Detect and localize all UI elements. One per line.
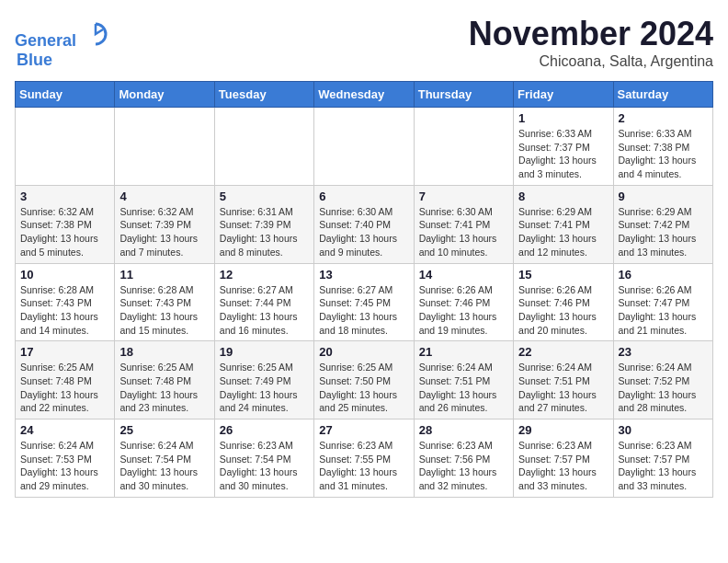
day-number: 29 (518, 423, 608, 437)
calendar-cell (414, 108, 513, 186)
calendar-cell: 25Sunrise: 6:24 AM Sunset: 7:54 PM Dayli… (115, 419, 214, 498)
day-info: Sunrise: 6:29 AM Sunset: 7:42 PM Dayligh… (619, 205, 708, 259)
day-number: 19 (220, 345, 309, 359)
weekday-header-thursday: Thursday (414, 82, 513, 108)
day-info: Sunrise: 6:32 AM Sunset: 7:39 PM Dayligh… (119, 205, 209, 259)
day-number: 17 (20, 345, 109, 359)
day-info: Sunrise: 6:28 AM Sunset: 7:43 PM Dayligh… (20, 283, 109, 338)
weekday-header-sunday: Sunday (16, 82, 115, 108)
calendar-cell (16, 108, 115, 186)
day-number: 8 (518, 190, 608, 203)
day-info: Sunrise: 6:23 AM Sunset: 7:55 PM Dayligh… (319, 439, 408, 493)
day-info: Sunrise: 6:32 AM Sunset: 7:38 PM Dayligh… (20, 205, 109, 259)
calendar-cell: 20Sunrise: 6:25 AM Sunset: 7:50 PM Dayli… (314, 341, 414, 419)
calendar-cell: 30Sunrise: 6:23 AM Sunset: 7:57 PM Dayli… (613, 419, 712, 498)
day-info: Sunrise: 6:24 AM Sunset: 7:53 PM Dayligh… (20, 439, 109, 493)
week-row-1: 1Sunrise: 6:33 AM Sunset: 7:37 PM Daylig… (16, 108, 713, 186)
week-row-2: 3Sunrise: 6:32 AM Sunset: 7:38 PM Daylig… (16, 185, 713, 263)
day-info: Sunrise: 6:24 AM Sunset: 7:51 PM Dayligh… (419, 361, 508, 415)
week-row-5: 24Sunrise: 6:24 AM Sunset: 7:53 PM Dayli… (16, 419, 713, 498)
calendar-cell: 29Sunrise: 6:23 AM Sunset: 7:57 PM Dayli… (514, 419, 613, 498)
calendar-table: SundayMondayTuesdayWednesdayThursdayFrid… (15, 81, 713, 498)
day-info: Sunrise: 6:25 AM Sunset: 7:49 PM Dayligh… (220, 361, 309, 415)
day-info: Sunrise: 6:27 AM Sunset: 7:44 PM Dayligh… (220, 283, 309, 338)
weekday-header-tuesday: Tuesday (214, 82, 313, 108)
day-info: Sunrise: 6:23 AM Sunset: 7:57 PM Dayligh… (619, 439, 708, 493)
day-info: Sunrise: 6:29 AM Sunset: 7:41 PM Dayligh… (518, 205, 608, 259)
day-info: Sunrise: 6:30 AM Sunset: 7:41 PM Dayligh… (419, 205, 508, 259)
day-number: 30 (619, 423, 708, 437)
calendar-cell (214, 108, 313, 186)
day-info: Sunrise: 6:31 AM Sunset: 7:39 PM Dayligh… (220, 205, 309, 259)
day-info: Sunrise: 6:27 AM Sunset: 7:45 PM Dayligh… (319, 283, 408, 338)
calendar-cell: 10Sunrise: 6:28 AM Sunset: 7:43 PM Dayli… (16, 263, 115, 341)
calendar-cell: 1Sunrise: 6:33 AM Sunset: 7:37 PM Daylig… (514, 108, 613, 186)
calendar-cell: 21Sunrise: 6:24 AM Sunset: 7:51 PM Dayli… (414, 341, 513, 419)
title-area: November 2024 Chicoana, Salta, Argentina (469, 15, 713, 70)
calendar-cell: 13Sunrise: 6:27 AM Sunset: 7:45 PM Dayli… (314, 263, 414, 341)
day-info: Sunrise: 6:26 AM Sunset: 7:46 PM Dayligh… (518, 283, 608, 338)
calendar-cell: 3Sunrise: 6:32 AM Sunset: 7:38 PM Daylig… (16, 185, 115, 263)
weekday-header-row: SundayMondayTuesdayWednesdayThursdayFrid… (16, 82, 713, 108)
calendar-cell: 26Sunrise: 6:23 AM Sunset: 7:54 PM Dayli… (214, 419, 313, 498)
day-info: Sunrise: 6:30 AM Sunset: 7:40 PM Dayligh… (319, 205, 408, 259)
day-number: 6 (319, 190, 408, 203)
calendar-cell: 23Sunrise: 6:24 AM Sunset: 7:52 PM Dayli… (613, 341, 712, 419)
day-info: Sunrise: 6:24 AM Sunset: 7:54 PM Dayligh… (119, 439, 209, 493)
logo-blue: Blue (17, 51, 108, 70)
day-info: Sunrise: 6:33 AM Sunset: 7:38 PM Dayligh… (619, 127, 708, 181)
day-number: 27 (319, 423, 408, 437)
weekday-header-friday: Friday (514, 82, 613, 108)
calendar-cell: 6Sunrise: 6:30 AM Sunset: 7:40 PM Daylig… (314, 185, 414, 263)
calendar-cell: 14Sunrise: 6:26 AM Sunset: 7:46 PM Dayli… (414, 263, 513, 341)
day-number: 23 (619, 345, 708, 359)
day-number: 15 (518, 268, 608, 282)
day-number: 13 (319, 268, 408, 282)
day-info: Sunrise: 6:33 AM Sunset: 7:37 PM Dayligh… (518, 127, 608, 181)
calendar-cell: 2Sunrise: 6:33 AM Sunset: 7:38 PM Daylig… (613, 108, 712, 186)
day-number: 1 (518, 111, 608, 125)
week-row-4: 17Sunrise: 6:25 AM Sunset: 7:48 PM Dayli… (16, 341, 713, 419)
day-info: Sunrise: 6:26 AM Sunset: 7:47 PM Dayligh… (619, 283, 708, 338)
day-number: 25 (119, 423, 209, 437)
calendar-cell: 28Sunrise: 6:23 AM Sunset: 7:56 PM Dayli… (414, 419, 513, 498)
day-info: Sunrise: 6:24 AM Sunset: 7:51 PM Dayligh… (518, 361, 608, 415)
day-number: 18 (119, 345, 209, 359)
calendar-cell: 22Sunrise: 6:24 AM Sunset: 7:51 PM Dayli… (514, 341, 613, 419)
day-number: 22 (518, 345, 608, 359)
day-number: 9 (619, 190, 708, 203)
calendar-cell: 24Sunrise: 6:24 AM Sunset: 7:53 PM Dayli… (16, 419, 115, 498)
calendar-cell: 19Sunrise: 6:25 AM Sunset: 7:49 PM Dayli… (214, 341, 313, 419)
main-title: November 2024 (469, 15, 713, 53)
weekday-header-wednesday: Wednesday (314, 82, 414, 108)
calendar-cell: 18Sunrise: 6:25 AM Sunset: 7:48 PM Dayli… (115, 341, 214, 419)
day-info: Sunrise: 6:25 AM Sunset: 7:48 PM Dayligh… (119, 361, 209, 415)
day-number: 4 (119, 190, 209, 203)
day-info: Sunrise: 6:25 AM Sunset: 7:48 PM Dayligh… (20, 361, 109, 415)
calendar-cell: 11Sunrise: 6:28 AM Sunset: 7:43 PM Dayli… (115, 263, 214, 341)
day-number: 7 (419, 190, 508, 203)
logo-icon (83, 20, 108, 46)
day-number: 14 (419, 268, 508, 282)
calendar-cell: 16Sunrise: 6:26 AM Sunset: 7:47 PM Dayli… (613, 263, 712, 341)
day-number: 16 (619, 268, 708, 282)
calendar-cell: 4Sunrise: 6:32 AM Sunset: 7:39 PM Daylig… (115, 185, 214, 263)
calendar-cell (115, 108, 214, 186)
logo: General Blue (15, 20, 108, 70)
day-number: 10 (20, 268, 109, 282)
calendar-cell: 12Sunrise: 6:27 AM Sunset: 7:44 PM Dayli… (214, 263, 313, 341)
day-info: Sunrise: 6:26 AM Sunset: 7:46 PM Dayligh… (419, 283, 508, 338)
calendar-cell: 5Sunrise: 6:31 AM Sunset: 7:39 PM Daylig… (214, 185, 313, 263)
day-number: 24 (20, 423, 109, 437)
day-number: 26 (220, 423, 309, 437)
page-header: General Blue November 2024 Chicoana, Sal… (15, 15, 713, 70)
day-info: Sunrise: 6:23 AM Sunset: 7:57 PM Dayligh… (518, 439, 608, 493)
day-info: Sunrise: 6:24 AM Sunset: 7:52 PM Dayligh… (619, 361, 708, 415)
calendar-cell: 8Sunrise: 6:29 AM Sunset: 7:41 PM Daylig… (514, 185, 613, 263)
weekday-header-monday: Monday (115, 82, 214, 108)
day-number: 20 (319, 345, 408, 359)
calendar-cell: 15Sunrise: 6:26 AM Sunset: 7:46 PM Dayli… (514, 263, 613, 341)
day-info: Sunrise: 6:25 AM Sunset: 7:50 PM Dayligh… (319, 361, 408, 415)
calendar-cell: 17Sunrise: 6:25 AM Sunset: 7:48 PM Dayli… (16, 341, 115, 419)
day-info: Sunrise: 6:23 AM Sunset: 7:56 PM Dayligh… (419, 439, 508, 493)
